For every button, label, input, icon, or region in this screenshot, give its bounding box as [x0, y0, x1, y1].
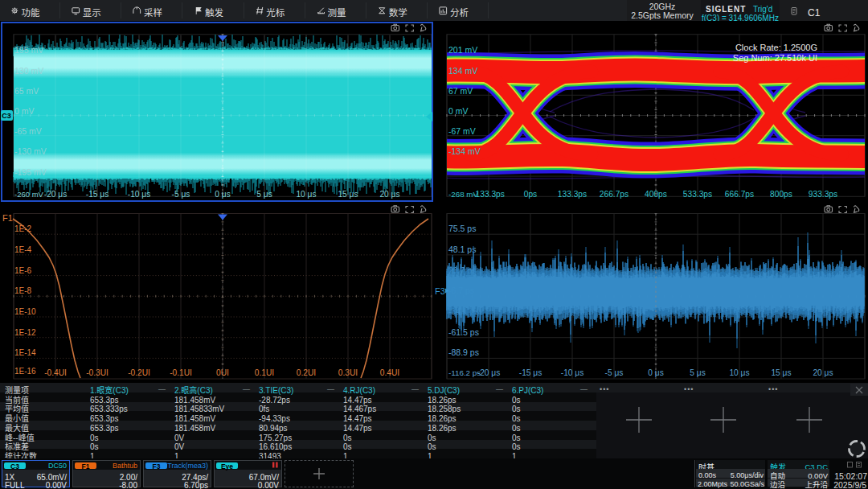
svg-text:-10 μs: -10 μs [561, 368, 584, 377]
svg-text:201 mV: 201 mV [448, 45, 477, 55]
svg-text:10 μs: 10 μs [729, 368, 749, 377]
svg-text:Clock Rate: 1.2500G: Clock Rate: 1.2500G [735, 43, 817, 52]
svg-text:1E-12: 1E-12 [14, 328, 36, 337]
svg-text:266.7ps: 266.7ps [600, 190, 628, 199]
svg-text:0.3UI: 0.3UI [338, 368, 358, 377]
svg-text:133.3ps: 133.3ps [558, 190, 587, 199]
svg-text:-134 mV: -134 mV [448, 146, 481, 156]
svg-text:-0.3UI: -0.3UI [86, 368, 108, 377]
svg-text:-0.2UI: -0.2UI [128, 368, 150, 377]
svg-text:-5 μs: -5 μs [605, 368, 624, 377]
svg-text:67 mV: 67 mV [448, 86, 473, 96]
svg-text:130 mV: 130 mV [14, 66, 43, 76]
svg-text:20 μs: 20 μs [813, 368, 833, 377]
svg-text:0 mV: 0 mV [448, 106, 469, 116]
svg-text:0ps: 0ps [524, 190, 537, 199]
svg-text:1E-4: 1E-4 [14, 245, 32, 254]
svg-text:0 mV: 0 mV [14, 106, 35, 116]
svg-text:F1: F1 [2, 213, 13, 223]
svg-text:1E-16: 1E-16 [14, 367, 36, 376]
svg-text:48.1 ps: 48.1 ps [448, 244, 476, 254]
svg-text:-67 mV: -67 mV [448, 126, 476, 136]
svg-text:0.1UI: 0.1UI [255, 368, 274, 377]
svg-text:533.3ps: 533.3ps [683, 190, 712, 199]
svg-text:0UI: 0UI [216, 368, 229, 377]
svg-text:C3: C3 [2, 112, 11, 120]
svg-text:666.7ps: 666.7ps [725, 190, 754, 199]
svg-text:65 mV: 65 mV [14, 86, 39, 96]
svg-text:-15 μs: -15 μs [86, 190, 109, 199]
svg-text:195 mV: 195 mV [14, 45, 43, 55]
svg-text:15 μs: 15 μs [771, 368, 791, 377]
svg-text:800ps: 800ps [770, 190, 792, 199]
svg-text:-116.2 ps: -116.2 ps [448, 368, 481, 377]
svg-text:-133.3ps: -133.3ps [473, 190, 505, 199]
svg-text:-20 μs: -20 μs [477, 368, 501, 377]
svg-text:0.4UI: 0.4UI [380, 368, 399, 377]
svg-text:400ps: 400ps [645, 190, 667, 199]
svg-text:1E-2: 1E-2 [14, 224, 32, 233]
svg-text:-10 μs: -10 μs [128, 190, 151, 199]
svg-text:-20 μs: -20 μs [44, 190, 68, 199]
svg-text:933.3ps: 933.3ps [809, 190, 837, 199]
svg-text:5 μs: 5 μs [256, 190, 272, 199]
svg-text:20 μs: 20 μs [379, 190, 399, 199]
svg-text:-65 mV: -65 mV [14, 126, 42, 136]
svg-text:15 μs: 15 μs [338, 190, 358, 199]
svg-text:F3: F3 [435, 286, 445, 296]
svg-text:0.2UI: 0.2UI [297, 368, 316, 377]
svg-text:-0.4UI: -0.4UI [44, 368, 67, 377]
svg-text:Seg Num: 27.510k UI: Seg Num: 27.510k UI [733, 53, 817, 63]
svg-text:134 mV: 134 mV [448, 66, 477, 76]
svg-text:1E-8: 1E-8 [14, 286, 32, 295]
svg-text:-0.1UI: -0.1UI [170, 368, 192, 377]
svg-text:1E-10: 1E-10 [14, 307, 36, 316]
svg-text:-5 μs: -5 μs [172, 190, 190, 199]
svg-text:1E-6: 1E-6 [14, 266, 32, 275]
svg-text:5 μs: 5 μs [690, 368, 705, 377]
svg-text:-260 mV: -260 mV [14, 190, 44, 199]
svg-text:75.5 ps: 75.5 ps [448, 224, 476, 233]
svg-text:-88.9 ps: -88.9 ps [448, 347, 479, 357]
svg-text:1E-14: 1E-14 [14, 348, 36, 357]
svg-text:-130 mV: -130 mV [14, 146, 47, 156]
svg-text:-15 μs: -15 μs [519, 368, 542, 377]
svg-text:10 μs: 10 μs [296, 190, 316, 199]
svg-text:0 μs: 0 μs [215, 190, 230, 199]
svg-text:-195 mV: -195 mV [14, 167, 47, 177]
